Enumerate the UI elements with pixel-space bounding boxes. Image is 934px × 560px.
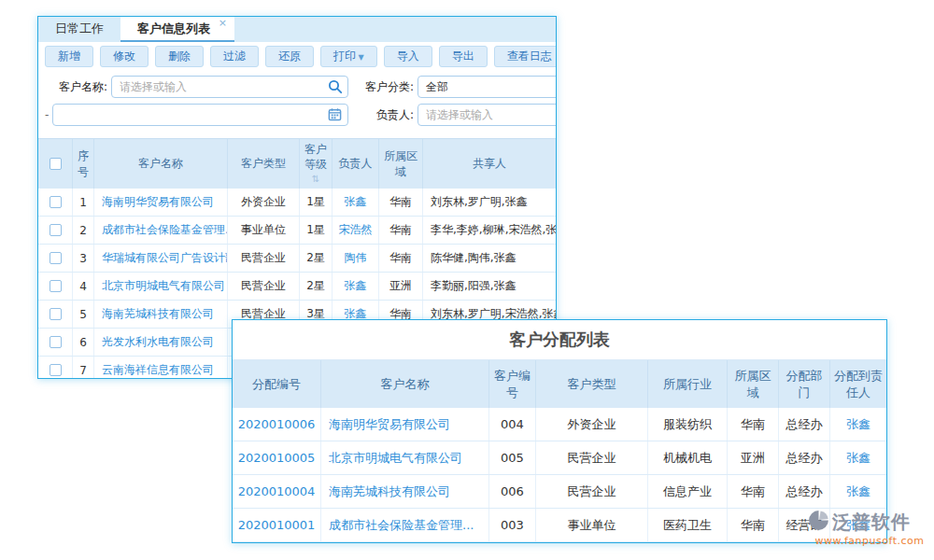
edit-button[interactable]: 修改 xyxy=(100,46,149,67)
owner-link[interactable]: 宋浩然 xyxy=(339,222,373,238)
column-header: 序号 xyxy=(73,139,94,189)
add-button[interactable]: 新增 xyxy=(45,46,93,67)
table-row[interactable]: 4北京市明城电气有限公司民营企业2星张鑫亚洲李勤丽,阳强,张鑫 xyxy=(38,273,556,301)
column-header-label: 客户等级 xyxy=(302,142,330,172)
owner-cell: 陶伟 xyxy=(333,245,379,272)
select-all-checkbox[interactable] xyxy=(50,158,62,170)
tab-label: 客户信息列表 xyxy=(137,21,210,35)
customer-name-cell: 成都市社会保险基金管理... xyxy=(321,509,489,541)
industry-cell: 服装纺织 xyxy=(648,408,728,441)
customer-name-link[interactable]: 海南芜城科技有限公司 xyxy=(102,306,214,322)
customer-type-cell: 民营企业 xyxy=(228,273,300,300)
responsible-person-cell: 张鑫 xyxy=(830,441,886,474)
panel-title: 客户分配列表 xyxy=(233,320,886,359)
date-input[interactable] xyxy=(52,104,348,126)
close-icon[interactable]: × xyxy=(219,17,227,30)
customer-name-link[interactable]: 海南芜城科技有限公司 xyxy=(329,483,450,500)
row-checkbox[interactable] xyxy=(50,364,62,376)
column-header-label: 客户名称 xyxy=(138,156,183,171)
allocation-number-link[interactable]: 2020010004 xyxy=(238,484,316,498)
customer-name-link[interactable]: 华瑞城有限公司广告设计部 xyxy=(102,250,228,266)
table-row[interactable]: 2020010004海南芜城科技有限公司006民营企业信息产业华南总经办张鑫 xyxy=(233,475,886,509)
shared-with-cell: 李勤丽,阳强,张鑫 xyxy=(423,273,556,300)
customer-category-label: 客户分类: xyxy=(356,76,414,98)
industry-cell: 医药卫生 xyxy=(648,509,728,541)
industry-cell: 机械机电 xyxy=(648,441,728,474)
department-cell: 总经办 xyxy=(779,475,830,508)
customer-level-cell: 2星 xyxy=(300,273,333,300)
table-row[interactable]: 2成都市社会保险基金管理...事业单位1星宋浩然华南李华,李婷,柳琳,宋浩然,张… xyxy=(38,217,556,245)
calendar-icon[interactable] xyxy=(328,107,343,122)
region-cell: 亚洲 xyxy=(379,273,423,300)
toolbar: 新增修改删除过滤还原打印 ▼导入导出查看日志 xyxy=(38,42,556,71)
row-checkbox[interactable] xyxy=(50,336,62,348)
table-row[interactable]: 2020010001成都市社会保险基金管理...003事业单位医药卫生华南经营部… xyxy=(233,509,886,542)
filter-button[interactable]: 过滤 xyxy=(210,46,259,67)
allocation-number-link[interactable]: 2020010006 xyxy=(238,417,316,431)
responsible-person-link[interactable]: 张鑫 xyxy=(846,450,870,467)
customer-name-cell: 云南海祥信息有限公司 xyxy=(94,357,228,379)
column-header: 分配编号 xyxy=(233,360,321,408)
tab-customer-info-list[interactable]: 客户信息列表 × xyxy=(120,17,234,42)
row-checkbox[interactable] xyxy=(50,308,62,320)
customer-name-link[interactable]: 成都市社会保险基金管理... xyxy=(102,222,228,238)
row-checkbox-cell xyxy=(38,273,73,300)
customer-name-link[interactable]: 北京市明城电气有限公司 xyxy=(329,450,462,467)
delete-button[interactable]: 删除 xyxy=(155,46,204,67)
restore-button[interactable]: 还原 xyxy=(265,46,314,67)
customer-number-cell: 003 xyxy=(489,509,536,541)
column-header: 客户编号 xyxy=(489,360,536,408)
customer-name-input[interactable] xyxy=(111,76,348,98)
search-icon[interactable] xyxy=(328,79,343,94)
fanpu-logo-icon xyxy=(807,509,830,536)
row-checkbox[interactable] xyxy=(50,196,62,208)
table-row[interactable]: 2020010005北京市明城电气有限公司005民营企业机械机电亚洲总经办张鑫 xyxy=(233,441,886,475)
customer-name-cell: 海南芜城科技有限公司 xyxy=(94,301,228,328)
table-row[interactable]: 2020010006海南明华贸易有限公司004外资企业服装纺织华南总经办张鑫 xyxy=(233,408,886,441)
customer-name-link[interactable]: 海南明华贸易有限公司 xyxy=(329,416,450,433)
customer-name-cell: 北京市明城电气有限公司 xyxy=(321,441,489,474)
column-header-label: 客户类型 xyxy=(241,156,286,171)
allocation-number-link[interactable]: 2020010005 xyxy=(238,451,316,465)
owner-link[interactable]: 张鑫 xyxy=(345,194,367,210)
column-header-label: 所属区域 xyxy=(381,148,420,178)
customer-name-link[interactable]: 成都市社会保险基金管理... xyxy=(329,517,474,534)
customer-name-link[interactable]: 光发水利水电有限公司 xyxy=(102,334,214,350)
customer-name-link[interactable]: 北京市明城电气有限公司 xyxy=(102,278,225,294)
customer-name-link[interactable]: 云南海祥信息有限公司 xyxy=(102,362,214,378)
responsible-person-link[interactable]: 张鑫 xyxy=(846,483,870,500)
responsible-person-link[interactable]: 张鑫 xyxy=(846,416,870,433)
sort-icon[interactable]: ⇅ xyxy=(312,173,319,186)
column-header: 负责人 xyxy=(333,139,379,189)
customer-name-link[interactable]: 海南明华贸易有限公司 xyxy=(102,194,214,210)
row-checkbox[interactable] xyxy=(50,280,62,292)
view-log-button[interactable]: 查看日志 xyxy=(494,46,557,67)
print-button[interactable]: 打印 ▼ xyxy=(320,46,377,67)
row-checkbox[interactable] xyxy=(50,252,62,264)
region-cell: 华南 xyxy=(728,475,779,508)
customer-type-cell: 外资企业 xyxy=(228,189,300,216)
owner-link[interactable]: 张鑫 xyxy=(345,278,367,294)
region-cell: 华南 xyxy=(379,217,423,244)
owner-link[interactable]: 陶伟 xyxy=(345,250,367,266)
column-header: 所属区域 xyxy=(379,139,423,189)
allocation-number-link[interactable]: 2020010001 xyxy=(238,518,316,532)
customer-level-cell: 1星 xyxy=(300,217,333,244)
owner-label: 负责人: xyxy=(367,104,414,126)
customer-number-cell: 006 xyxy=(489,475,536,508)
import-button[interactable]: 导入 xyxy=(384,46,432,67)
row-checkbox[interactable] xyxy=(50,224,62,236)
owner-input[interactable] xyxy=(417,104,557,126)
customer-name-cell: 成都市社会保险基金管理... xyxy=(94,217,228,244)
column-header: 客户等级⇅ xyxy=(300,139,333,189)
column-header: 所属行业 xyxy=(648,360,728,408)
table-row[interactable]: 3华瑞城有限公司广告设计部民营企业2星陶伟华南陈华健,陶伟,张鑫 xyxy=(38,245,556,273)
allocation-table-body: 2020010006海南明华贸易有限公司004外资企业服装纺织华南总经办张鑫20… xyxy=(233,408,886,542)
customer-type-cell: 民营企业 xyxy=(536,441,648,474)
customer-type-cell: 事业单位 xyxy=(228,217,300,244)
table-row[interactable]: 1海南明华贸易有限公司外资企业1星张鑫华南刘东林,罗广明,张鑫 xyxy=(38,189,556,217)
row-checkbox-cell xyxy=(38,301,73,328)
customer-category-select[interactable] xyxy=(417,76,557,98)
tab-daily-work[interactable]: 日常工作 xyxy=(38,17,120,42)
export-button[interactable]: 导出 xyxy=(439,46,488,67)
